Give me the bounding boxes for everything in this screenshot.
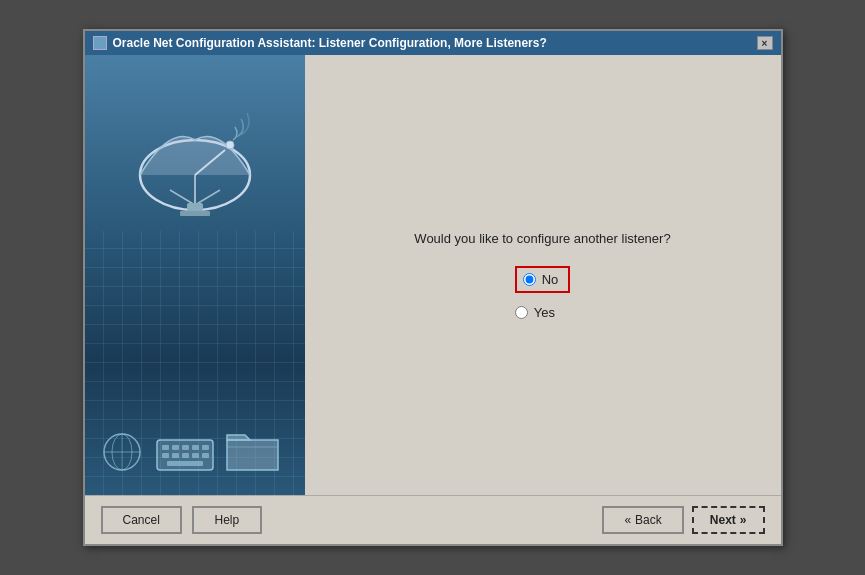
cancel-button[interactable]: Cancel [101,506,182,534]
footer-left-buttons: Cancel Help [101,506,262,534]
help-button[interactable]: Help [192,506,262,534]
svg-rect-15 [182,445,189,450]
svg-rect-18 [162,453,169,458]
close-button[interactable]: × [757,36,773,50]
svg-line-2 [170,190,195,205]
svg-line-3 [195,190,220,205]
svg-rect-20 [182,453,189,458]
svg-rect-13 [162,445,169,450]
footer-right-buttons: « Back Next » [602,506,764,534]
main-window: Oracle Net Configuration Assistant: List… [83,29,783,546]
title-bar-left: Oracle Net Configuration Assistant: List… [93,36,547,50]
satellite-illustration [115,85,275,245]
title-bar: Oracle Net Configuration Assistant: List… [85,31,781,55]
svg-rect-22 [202,453,209,458]
svg-rect-19 [172,453,179,458]
svg-rect-14 [172,445,179,450]
keyboard-icon [155,435,215,475]
svg-rect-17 [202,445,209,450]
back-arrow-icon: « [624,513,631,527]
svg-point-5 [226,141,234,149]
svg-rect-6 [187,203,203,211]
yes-option[interactable]: Yes [515,305,555,320]
back-button[interactable]: « Back [602,506,683,534]
yes-label: Yes [534,305,555,320]
main-content: Would you like to configure another list… [305,55,781,495]
no-label: No [542,272,559,287]
folder-icon [225,425,280,475]
back-label: Back [635,513,662,527]
next-button[interactable]: Next » [692,506,765,534]
svg-rect-21 [192,453,199,458]
no-radio[interactable] [523,273,536,286]
sidebar [85,55,305,495]
window-icon [93,36,107,50]
no-option-wrapper: No [515,266,571,293]
svg-rect-16 [192,445,199,450]
svg-rect-7 [180,211,210,216]
question-text: Would you like to configure another list… [414,231,670,246]
yes-radio[interactable] [515,306,528,319]
no-option[interactable]: No [523,272,559,287]
globe-icon [100,430,145,475]
next-label: Next [710,513,736,527]
sidebar-bottom-icons [100,425,290,475]
window-title: Oracle Net Configuration Assistant: List… [113,36,547,50]
footer: Cancel Help « Back Next » [85,496,781,544]
svg-rect-23 [167,461,203,466]
next-arrow-icon: » [740,513,747,527]
content-area: Would you like to configure another list… [85,55,781,495]
radio-group: No Yes [515,266,571,320]
